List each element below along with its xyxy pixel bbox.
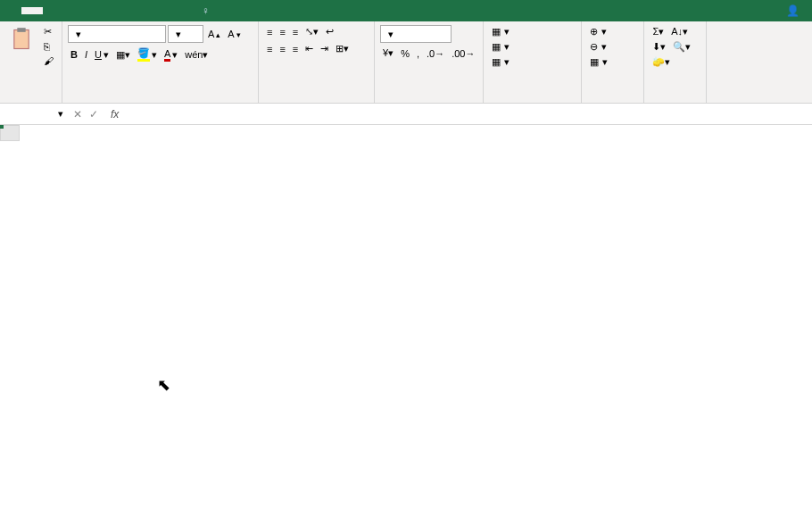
italic-button[interactable]: I — [82, 48, 90, 61]
group-cells: ⊕▾ ⊖▾ ▦▾ — [582, 21, 644, 103]
mouse-cursor-icon: ⬉ — [157, 375, 170, 395]
cell-style-button[interactable]: ▦▾ — [489, 55, 512, 69]
align-bottom-button[interactable]: ≡ — [290, 26, 301, 38]
group-styles: ▦▾ ▦▾ ▦▾ — [484, 21, 582, 103]
group-align: ≡ ≡ ≡ ⤡▾ ↩ ≡ ≡ ≡ ⇤ ⇥ ⊞▾ — [259, 21, 375, 103]
delete-icon: ⊖ — [590, 41, 598, 53]
copy-button[interactable]: ⎘ — [41, 40, 56, 53]
insert-icon: ⊕ — [590, 26, 598, 38]
tab-layout[interactable] — [64, 7, 86, 14]
bubble-chart[interactable] — [375, 143, 785, 420]
chevron-down-icon: ▾ — [76, 29, 81, 40]
fill-button[interactable]: ⬇▾ — [650, 40, 668, 54]
font-color-icon: A — [164, 48, 170, 62]
table-format-icon: ▦ — [492, 41, 501, 53]
decrease-decimal-button[interactable]: .00→ — [449, 47, 477, 60]
decrease-font-button[interactable]: A▾ — [225, 28, 243, 40]
fx-button[interactable]: fx — [105, 108, 124, 121]
scissors-icon: ✂ — [44, 26, 52, 38]
table-format-button[interactable]: ▦▾ — [489, 40, 512, 54]
tab-review[interactable] — [128, 7, 150, 14]
cell-style-icon: ▦ — [492, 56, 501, 68]
select-all-corner[interactable] — [0, 125, 20, 141]
clear-button[interactable]: 🧽▾ — [650, 55, 673, 69]
currency-button[interactable]: ¥▾ — [380, 46, 396, 60]
number-format-select[interactable]: ▾ — [380, 25, 452, 43]
font-name-select[interactable]: ▾ — [68, 25, 166, 43]
border-button[interactable]: ▦▾ — [113, 48, 133, 62]
group-number: ▾ ¥▾ % , .0→ .00→ — [375, 21, 484, 103]
cancel-icon[interactable]: ✕ — [73, 108, 82, 121]
align-center-button[interactable]: ≡ — [277, 43, 287, 55]
orientation-button[interactable]: ⤡▾ — [302, 25, 321, 38]
phonetic-button[interactable]: wén▾ — [182, 48, 211, 62]
share-button[interactable]: 👤 — [777, 1, 812, 21]
autosum-button[interactable]: Σ▾ — [650, 25, 667, 38]
worksheet-grid[interactable]: ⬉ — [0, 125, 812, 509]
tab-data[interactable] — [107, 7, 128, 14]
ribbon-tabs: ♀ 👤 — [0, 0, 812, 21]
insert-cells-button[interactable]: ⊕▾ — [587, 25, 609, 38]
indent-decrease-button[interactable]: ⇤ — [302, 42, 316, 55]
underline-button[interactable]: U▾ — [92, 48, 112, 62]
formula-bar: ▾ ✕ ✓ fx — [0, 104, 812, 125]
tab-home[interactable] — [21, 7, 43, 14]
cut-button[interactable]: ✂ — [41, 25, 56, 38]
format-icon: ▦ — [590, 56, 599, 68]
svg-rect-1 — [17, 28, 25, 32]
group-editing: Σ▾ A↓▾ ⬇▾ 🔍▾ 🧽▾ — [644, 21, 707, 103]
tab-dev[interactable] — [171, 7, 193, 14]
plot-area — [428, 177, 767, 382]
font-size-select[interactable]: ▾ — [168, 25, 203, 43]
bucket-icon: 🪣 — [137, 47, 150, 62]
brush-icon: 🖌 — [44, 55, 54, 66]
chevron-down-icon: ▾ — [176, 29, 181, 40]
tell-me-search[interactable]: ♀ — [202, 4, 213, 17]
conditional-format-button[interactable]: ▦▾ — [489, 25, 512, 38]
svg-rect-0 — [14, 30, 29, 49]
indent-increase-button[interactable]: ⇥ — [318, 42, 331, 55]
align-middle-button[interactable]: ≡ — [277, 26, 287, 38]
tab-file[interactable] — [0, 7, 21, 14]
name-box-dropdown[interactable]: ▾ — [55, 107, 66, 121]
align-top-button[interactable]: ≡ — [264, 26, 275, 38]
tab-view[interactable] — [150, 7, 171, 14]
percent-button[interactable]: % — [398, 47, 412, 60]
ribbon: ✂ ⎘ 🖌 ▾ ▾ A▴ A▾ B I U▾ ▦▾ 🪣▾ A▾ wén▾ — [0, 21, 812, 104]
group-font: ▾ ▾ A▴ A▾ B I U▾ ▦▾ 🪣▾ A▾ wén▾ — [62, 21, 259, 103]
align-left-button[interactable]: ≡ — [264, 43, 275, 55]
paste-button[interactable] — [5, 25, 37, 55]
format-painter-button[interactable]: 🖌 — [41, 54, 56, 67]
comma-button[interactable]: , — [414, 47, 422, 60]
group-clipboard: ✂ ⎘ 🖌 — [0, 21, 62, 103]
format-cells-button[interactable]: ▦▾ — [587, 55, 610, 69]
chevron-down-icon: ▾ — [388, 29, 394, 40]
font-color-button[interactable]: A▾ — [162, 47, 180, 63]
find-select-button[interactable]: 🔍▾ — [670, 40, 693, 54]
enter-icon[interactable]: ✓ — [89, 108, 98, 121]
delete-cells-button[interactable]: ⊖▾ — [587, 40, 609, 54]
increase-font-button[interactable]: A▴ — [205, 28, 223, 40]
bold-button[interactable]: B — [68, 48, 80, 61]
copy-icon: ⎘ — [44, 41, 50, 52]
merge-button[interactable]: ⊞▾ — [333, 42, 352, 55]
wrap-text-button[interactable]: ↩ — [323, 25, 336, 38]
cond-format-icon: ▦ — [492, 26, 501, 38]
fill-color-button[interactable]: 🪣▾ — [135, 46, 160, 63]
align-right-button[interactable]: ≡ — [290, 43, 301, 55]
sort-filter-button[interactable]: A↓▾ — [668, 25, 691, 38]
tab-formula[interactable] — [86, 7, 107, 14]
person-icon: 👤 — [786, 4, 800, 17]
lightbulb-icon: ♀ — [202, 4, 210, 17]
tab-insert[interactable] — [43, 7, 64, 14]
paste-icon — [9, 27, 34, 52]
increase-decimal-button[interactable]: .0→ — [424, 47, 447, 60]
